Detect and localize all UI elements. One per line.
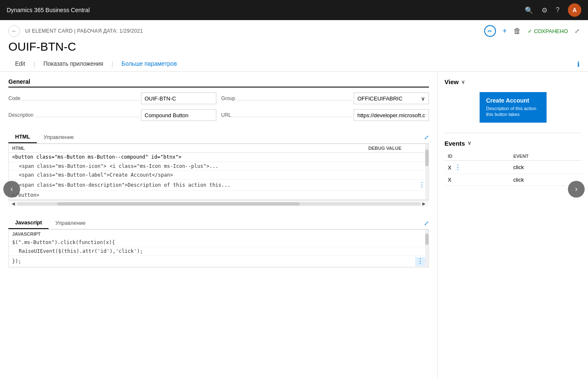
- tab-html[interactable]: HTML: [8, 131, 37, 143]
- code-input[interactable]: [141, 93, 216, 104]
- left-panel: General Code Group: [0, 72, 437, 378]
- js-col-header: JAVASCRIPT: [9, 230, 429, 238]
- description-label: Description: [8, 112, 33, 118]
- page-title: OUIF-BTN-C: [8, 40, 580, 54]
- nav-right-arrow[interactable]: ›: [568, 181, 585, 198]
- back-button[interactable]: ←: [8, 25, 20, 37]
- html-row-3: <span class="ms-Button-label">Create Acc…: [9, 171, 429, 180]
- events-chevron-icon: ∨: [467, 140, 471, 146]
- app-title: Dynamics 365 Business Central: [7, 7, 520, 13]
- back-arrow-icon: ←: [11, 28, 17, 34]
- group-label: Group: [221, 95, 235, 101]
- expand-icon[interactable]: ⤢: [575, 28, 580, 34]
- topbar-icons: 🔍 ⚙ ? A: [525, 3, 581, 17]
- general-section: General Code Group: [8, 78, 429, 121]
- breadcrumb: UI ELEMENT CARD | РАБОЧАЯ ДАТА: 1/29/202…: [25, 28, 143, 34]
- description-input[interactable]: [141, 109, 216, 121]
- javascript-section: Javascript Управление ⤢ JAVASCRIPT $(".m…: [8, 217, 429, 267]
- html-code-table: HTML DEBUG VALUE <button class="ms-Butto…: [9, 144, 429, 200]
- saved-label: ✓ СОХРАНЕНО: [528, 28, 568, 34]
- js-row-2: RaiseUIEvent($(this).attr('id'),'click')…: [9, 247, 429, 256]
- js-v-scrollbar[interactable]: [425, 230, 429, 267]
- search-icon[interactable]: 🔍: [525, 6, 533, 14]
- settings-icon[interactable]: ⚙: [542, 6, 547, 14]
- info-icon[interactable]: ℹ: [577, 60, 580, 68]
- scroll-thumb: [57, 202, 300, 206]
- v-scrollbar-thumb: [425, 149, 429, 166]
- html-row-4: <span class="ms-Button-description">Desc…: [9, 180, 429, 191]
- col-html-header: HTML: [9, 144, 365, 153]
- delete-icon[interactable]: 🗑: [514, 27, 521, 36]
- js-v-scrollbar-thumb: [425, 234, 429, 245]
- topbar: Dynamics 365 Business Central 🔍 ⚙ ? A: [0, 0, 588, 20]
- html-expand-icon[interactable]: ⤢: [424, 134, 429, 141]
- js-expand-icon[interactable]: ⤢: [424, 220, 429, 226]
- events-label: Events: [444, 140, 465, 147]
- view-label: View: [444, 78, 459, 85]
- code-field: Code: [8, 93, 216, 104]
- view-header[interactable]: View ∨: [444, 78, 581, 85]
- edit-icon[interactable]: ✏: [484, 25, 496, 37]
- breadcrumb-row: ← UI ELEMENT CARD | РАБОЧАЯ ДАТА: 1/29/2…: [8, 25, 580, 37]
- event-row-1: X ⋮ click: [444, 160, 581, 174]
- page-header: ← UI ELEMENT CARD | РАБОЧАЯ ДАТА: 1/29/2…: [0, 20, 588, 72]
- col-id-header: ID: [444, 152, 510, 161]
- html-row-2: <span class="ms-Button-icon"> <i class="…: [9, 162, 429, 171]
- col-debug-header: DEBUG VALUE: [365, 144, 415, 153]
- html-row-1: <button class="ms-Button ms-Button--comp…: [9, 153, 429, 162]
- event-type-1: click: [510, 160, 581, 174]
- group-field: Group OFFICEUIFABRIC ∨: [221, 93, 429, 104]
- avatar[interactable]: A: [568, 3, 581, 17]
- html-row-5: </button>: [9, 191, 429, 200]
- row-dots-icon[interactable]: ⋮: [419, 182, 425, 189]
- nav-left-arrow[interactable]: ‹: [3, 181, 20, 198]
- tab-more-params[interactable]: Больше параметров: [115, 57, 183, 71]
- events-header[interactable]: Events ∨: [444, 140, 581, 147]
- code-label: Code: [8, 95, 21, 101]
- right-panel: View ∨ Create Account Description of thi…: [437, 72, 588, 378]
- js-code-table: $(".ms-Button").click(function(x){ Raise…: [9, 238, 429, 267]
- code-v-scrollbar[interactable]: [425, 144, 429, 200]
- scroll-track[interactable]: [17, 202, 421, 206]
- group-select[interactable]: OFFICEUIFABRIC ∨: [354, 93, 429, 104]
- html-h-scrollbar: ◀ ▶: [8, 200, 429, 207]
- tab-javascript[interactable]: Javascript: [8, 217, 49, 229]
- col-event-header: EVENT: [510, 152, 581, 161]
- event-row-2: X click: [444, 174, 581, 185]
- events-table: ID EVENT X ⋮ click: [444, 152, 581, 186]
- html-section-header: HTML Управление ⤢: [8, 131, 429, 144]
- js-code-container: JAVASCRIPT $(".ms-Button").click(functio…: [8, 229, 429, 267]
- url-label: URL: [221, 112, 231, 118]
- url-input[interactable]: [354, 109, 429, 121]
- scroll-right-icon[interactable]: ▶: [422, 201, 426, 206]
- help-icon[interactable]: ?: [556, 6, 560, 14]
- compound-btn-desc: Description of this action this button t…: [486, 105, 540, 118]
- js-section-header: Javascript Управление ⤢: [8, 217, 429, 229]
- add-icon[interactable]: +: [503, 27, 507, 36]
- chevron-down-icon: ∨: [421, 95, 425, 102]
- event-id-2: X: [448, 177, 452, 183]
- url-field: URL: [221, 109, 429, 121]
- event-id-1: X: [448, 165, 452, 171]
- content-area: ← UI ELEMENT CARD | РАБОЧАЯ ДАТА: 1/29/2…: [0, 20, 588, 378]
- view-chevron-icon: ∨: [461, 79, 465, 85]
- html-section: HTML Управление ⤢ HTML DEBUG VALUE: [8, 131, 429, 207]
- panel-divider: [444, 133, 581, 133]
- tab-show-apps[interactable]: Показать приложения: [37, 57, 110, 71]
- compound-button-preview[interactable]: Create Account Description of this actio…: [480, 92, 547, 123]
- compound-btn-title: Create Account: [486, 97, 540, 104]
- general-section-header: General: [8, 78, 429, 87]
- header-actions: ✏ + 🗑 ✓ СОХРАНЕНО ⤢: [484, 25, 580, 37]
- js-row-1: $(".ms-Button").click(function(x){: [9, 238, 429, 247]
- tab-edit[interactable]: Edit: [8, 57, 32, 71]
- body-split: General Code Group: [0, 72, 588, 378]
- tabs-row: Edit | Показать приложения | Больше пара…: [8, 57, 580, 71]
- tab-manage-html[interactable]: Управление: [37, 131, 80, 143]
- description-field: Description: [8, 109, 216, 121]
- js-dots-icon[interactable]: ⋮: [415, 257, 425, 266]
- tab-manage-js[interactable]: Управление: [49, 217, 92, 229]
- js-row-3: }); ⋮: [9, 256, 429, 267]
- scroll-left-icon[interactable]: ◀: [12, 201, 15, 206]
- main-container: ← UI ELEMENT CARD | РАБОЧАЯ ДАТА: 1/29/2…: [0, 20, 588, 378]
- event-dots-1[interactable]: ⋮: [454, 164, 461, 171]
